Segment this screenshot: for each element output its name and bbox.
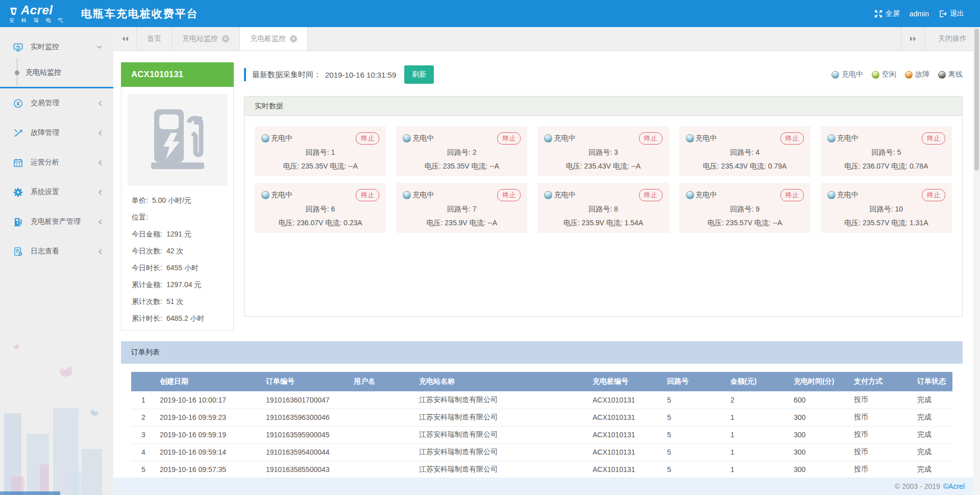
tab-label: 充电站监控 xyxy=(182,34,218,43)
username: admin xyxy=(910,10,929,18)
tabs-scroll-left-button[interactable] xyxy=(113,27,137,51)
stat-unit-price: 单价:5.00 小时/元 xyxy=(132,192,223,209)
close-icon[interactable]: ✕ xyxy=(290,35,297,42)
terminate-button[interactable]: 终止 xyxy=(780,189,804,201)
sidebar-item-analytics[interactable]: 运营分析 xyxy=(0,148,113,177)
circuit-card: 充电中终止 回路号: 6 电压: 236.07V 电流: 0.23A xyxy=(255,183,386,233)
close-icon[interactable]: ✕ xyxy=(222,35,229,42)
close-operations-label: 关闭操作 xyxy=(938,34,967,43)
table-row: 2 2019-10-16 09:59:23 1910163596300046 江… xyxy=(131,409,952,426)
col-index xyxy=(131,372,156,391)
terminate-button[interactable]: 终止 xyxy=(639,132,663,145)
voltage-current: 电压: 236.07V 电流: 0.78A xyxy=(827,162,945,171)
charging-status-dot xyxy=(686,134,694,143)
tab-station-monitor[interactable]: 充电站监控 ✕ xyxy=(172,27,240,51)
idle-status-dot xyxy=(872,71,879,79)
log-document-icon xyxy=(13,247,23,256)
tab-label: 充电桩监控 xyxy=(250,34,286,43)
charging-status-dot xyxy=(403,134,411,143)
station-stats: 单价:5.00 小时/元 位置: 今日金额:1291 元 今日次数:42 次 今… xyxy=(128,186,227,327)
terminate-button[interactable]: 终止 xyxy=(497,189,521,201)
charging-status-dot xyxy=(261,134,270,143)
scrollbar-thumb[interactable] xyxy=(974,29,979,171)
refresh-button[interactable]: 刷新 xyxy=(404,65,434,84)
circuit-card: 充电中终止 回路号: 2 电压: 235.35V 电流: --A xyxy=(396,126,527,176)
circuit-number: 回路号: 5 xyxy=(827,148,945,157)
sidebar-item-logs[interactable]: 日志查看 xyxy=(0,237,113,266)
circuit-card: 充电中终止 回路号: 5 电压: 236.07V 电流: 0.78A xyxy=(821,126,952,176)
sidebar-item-faults[interactable]: 故障管理 xyxy=(0,118,113,148)
sidebar-item-realtime-monitor[interactable]: 实时监控 xyxy=(0,34,113,60)
timeline-dot xyxy=(15,70,19,75)
circuit-number: 回路号: 8 xyxy=(544,205,662,214)
sidebar-item-transactions[interactable]: 交易管理 xyxy=(0,88,113,118)
charging-status-dot xyxy=(544,134,552,143)
circuit-number: 回路号: 10 xyxy=(827,205,945,214)
fullscreen-label: 全屏 xyxy=(886,9,900,18)
station-image-box xyxy=(128,94,227,186)
logout-button[interactable]: 退出 xyxy=(936,9,967,18)
user-menu[interactable]: admin xyxy=(907,10,932,18)
tabs-scroll-right-button[interactable] xyxy=(901,27,924,51)
chevron-left-icon xyxy=(99,190,102,195)
sidebar-item-label: 充电桩资产管理 xyxy=(31,217,81,226)
sidebar-item-settings[interactable]: 系统设置 xyxy=(0,177,113,207)
top-header: Acrel 安 科 瑞 电 气 电瓶车充电桩收费平台 全屏 admin 退出 xyxy=(0,0,980,27)
terminate-button[interactable]: 终止 xyxy=(356,189,379,201)
charging-station-icon xyxy=(148,107,207,173)
monitor-icon xyxy=(13,42,23,52)
fullscreen-button[interactable]: 全屏 xyxy=(872,9,902,18)
terminate-button[interactable]: 终止 xyxy=(497,132,521,145)
tab-bar: 首页 充电站监控 ✕ 充电桩监控 ✕ 关闭操作 xyxy=(113,27,980,51)
stat-total-amount: 累计金额:1297.04 元 xyxy=(132,276,223,293)
circuit-number: 回路号: 9 xyxy=(686,205,804,214)
chevron-left-icon xyxy=(99,160,102,166)
circuit-card: 充电中终止 回路号: 8 电压: 235.9V 电流: 1.54A xyxy=(537,183,669,233)
voltage-current: 电压: 235.43V 电流: 0.79A xyxy=(686,162,804,171)
tools-icon xyxy=(13,128,23,138)
status-legend: 充电中 空闲 故障 离线 xyxy=(831,70,963,79)
realtime-data-panel: 实时数据 充电中终止 回路号: 1 电压: 235.35V 电流: --A 充电… xyxy=(244,96,963,317)
charging-status-dot xyxy=(403,191,411,199)
orders-table: 创建日期 订单编号 用户名 充电站名称 充电桩编号 回路号 金额(元) 充电时间… xyxy=(131,372,952,478)
sidebar-item-pile-assets[interactable]: 充电桩资产管理 xyxy=(0,207,113,237)
table-header-row: 创建日期 订单编号 用户名 充电站名称 充电桩编号 回路号 金额(元) 充电时间… xyxy=(131,372,952,391)
terminate-button[interactable]: 终止 xyxy=(922,132,945,145)
fullscreen-icon xyxy=(874,10,883,18)
sidebar-item-station-monitor[interactable]: 充电站监控 xyxy=(0,60,113,85)
voltage-current: 电压: 235.9V 电流: --A xyxy=(403,219,521,228)
stat-today-amount: 今日金额:1291 元 xyxy=(132,226,223,243)
terminate-button[interactable]: 终止 xyxy=(780,132,804,145)
circuit-card: 充电中终止 回路号: 10 电压: 235.57V 电流: 1.31A xyxy=(821,183,952,233)
voltage-current: 电压: 236.07V 电流: 0.23A xyxy=(261,219,379,228)
terminate-button[interactable]: 终止 xyxy=(639,189,663,201)
acrel-logo-icon xyxy=(9,6,19,16)
charging-status-dot xyxy=(827,134,836,143)
voltage-current: 电压: 235.43V 电流: --A xyxy=(544,162,662,171)
tab-pile-monitor[interactable]: 充电桩监控 ✕ xyxy=(240,27,308,51)
tab-home[interactable]: 首页 xyxy=(137,27,172,51)
stat-today-count: 今日次数:42 次 xyxy=(132,243,223,260)
chevron-left-icon xyxy=(99,130,102,136)
transaction-icon xyxy=(13,99,23,108)
chevron-down-icon xyxy=(96,45,102,49)
circuit-number: 回路号: 7 xyxy=(403,205,521,214)
circuit-number: 回路号: 4 xyxy=(686,148,804,157)
chevron-left-icon xyxy=(99,219,102,225)
sidebar: 实时监控 充电站监控 交易管理 故障管理 xyxy=(0,27,113,495)
table-row: 4 2019-10-16 09:59:14 1910163595400044 江… xyxy=(131,443,952,461)
close-operations-button[interactable]: 关闭操作 xyxy=(924,27,980,51)
voltage-current: 电压: 235.57V 电流: 1.31A xyxy=(827,219,945,228)
terminate-button[interactable]: 终止 xyxy=(356,132,379,145)
table-row: 1 2019-10-16 10:00:17 1910163601700047 江… xyxy=(131,391,952,409)
terminate-button[interactable]: 终止 xyxy=(922,189,945,201)
col-created-date: 创建日期 xyxy=(156,372,262,391)
sidebar-item-label: 系统设置 xyxy=(31,187,59,197)
fault-status-dot xyxy=(905,71,913,79)
circuit-number: 回路号: 1 xyxy=(261,148,379,157)
city-skyline-watermark xyxy=(0,326,113,495)
col-station-name: 充电站名称 xyxy=(415,372,589,391)
charging-status-dot xyxy=(686,191,694,199)
legend-idle: 空闲 xyxy=(872,70,896,79)
page-title: 电瓶车充电桩收费平台 xyxy=(81,7,199,21)
